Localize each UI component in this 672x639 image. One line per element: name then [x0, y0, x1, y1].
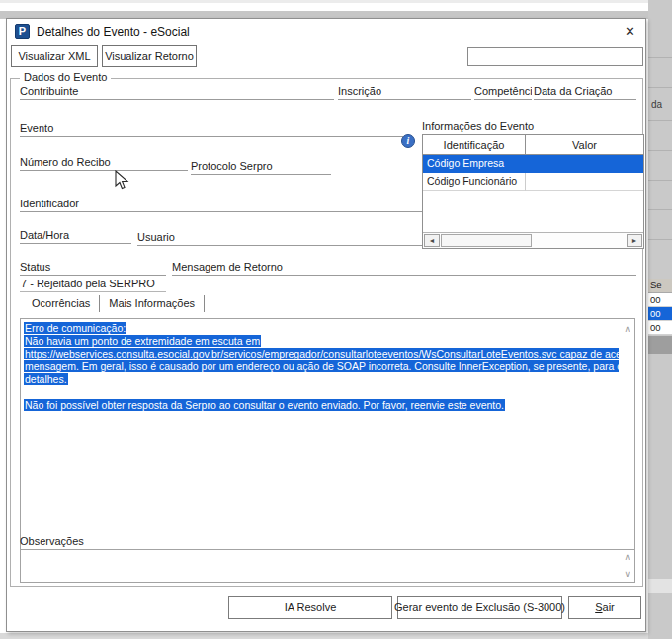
background-grid-fragment: Se 00 00 00: [648, 279, 672, 335]
column-header-identificacao[interactable]: Identificação: [423, 135, 526, 154]
numero-do-recibo-field-label: Número do Recibo: [20, 156, 188, 171]
sair-accelerator: S: [595, 601, 602, 613]
visualizar-xml-button[interactable]: Visualizar XML: [11, 45, 98, 67]
table-header-row: Identificação Valor: [423, 135, 643, 155]
ocorrencias-textarea[interactable]: Erro de comunicação: Não havia um ponto …: [20, 318, 635, 565]
cell-valor: [526, 155, 643, 173]
group-legend: Dados do Evento: [20, 71, 111, 83]
title-bar[interactable]: P Detalhes do Evento - eSocial ✕: [7, 19, 645, 44]
evento-field-label: Evento: [20, 122, 403, 137]
cell-valor: [526, 173, 643, 191]
info-icon[interactable]: i: [401, 134, 415, 148]
mensagem-de-retorno-field-label: Mensagem de Retorno: [172, 261, 636, 276]
status-field-label: Status: [20, 261, 166, 276]
background-window-edge-highlight: [0, 0, 672, 3]
table-row-codigo-empresa[interactable]: Código Empresa: [423, 155, 643, 173]
scroll-down-icon[interactable]: ∨: [624, 570, 630, 579]
inscricao-field-label: Inscrição: [338, 85, 471, 100]
cell-identificacao: Código Funcionário: [423, 173, 526, 191]
data-da-criacao-field-label: Data da Criação: [534, 85, 636, 100]
ia-resolve-button[interactable]: IA Resolve: [228, 596, 392, 619]
competencia-field-label: Competência: [474, 85, 532, 100]
error-text-line: Não foi possível obter resposta da Serpr…: [24, 399, 505, 411]
observacoes-label: Observações: [20, 535, 84, 547]
dados-do-evento-group: Dados do Evento Contribuinte Inscrição C…: [10, 78, 643, 587]
informacoes-do-evento-title: Informações do Evento: [422, 120, 534, 132]
table-horizontal-scrollbar[interactable]: ◄ ►: [423, 232, 643, 248]
app-logo-icon: P: [15, 24, 30, 39]
top-right-input[interactable]: [467, 47, 643, 66]
background-light-band: [648, 579, 672, 593]
identificador-field-label: Identificador: [20, 198, 427, 212]
cell-identificacao: Código Empresa: [423, 155, 526, 173]
scroll-right-icon[interactable]: ►: [627, 234, 642, 247]
error-text-line: https://webservices.consulta.esocial.gov…: [24, 348, 619, 359]
table-row-codigo-funcionario[interactable]: Código Funcionário: [423, 173, 643, 191]
protocolo-serpro-field-label: Protocolo Serpro: [191, 160, 331, 175]
tab-strip: Ocorrências Mais Informações: [23, 295, 205, 312]
background-window-bottom-edge: [0, 633, 672, 639]
data-hora-field-label: Data/Hora: [20, 229, 131, 244]
scroll-up-icon[interactable]: ∧: [624, 325, 630, 334]
observacoes-textarea[interactable]: ∧ ∨: [20, 549, 635, 583]
sair-label-rest: air: [603, 601, 615, 613]
error-text-line: Não havia um ponto de extremidade em esc…: [24, 335, 261, 347]
background-dark-band: [648, 336, 672, 354]
column-header-valor[interactable]: Valor: [526, 135, 643, 154]
visualizar-retorno-button[interactable]: Visualizar Retorno: [102, 45, 197, 67]
usuario-field-label: Usuario: [137, 231, 426, 246]
sair-button[interactable]: Sair: [568, 596, 641, 619]
background-grid-row-selected: 00: [648, 307, 672, 321]
screen: da Se 00 00 00 P Detalhes do Evento - eS…: [0, 0, 672, 639]
status-value: 7 - Rejeitado pela SERPRO: [20, 277, 166, 292]
scrollbar-thumb[interactable]: [441, 234, 532, 247]
event-details-dialog: P Detalhes do Evento - eSocial ✕ Visuali…: [6, 18, 646, 632]
scroll-up-icon[interactable]: ∧: [624, 553, 630, 562]
background-grid-row: 00: [648, 293, 672, 307]
close-icon[interactable]: ✕: [625, 24, 635, 39]
dialog-title: Detalhes do Evento - eSocial: [37, 25, 190, 39]
tab-mais-informacoes[interactable]: Mais Informações: [100, 295, 205, 312]
background-grid-row: 00: [648, 321, 672, 335]
contribuinte-field-label: Contribuinte: [20, 85, 334, 100]
background-window-right-strip: da Se 00 00 00: [648, 0, 672, 639]
background-grid-header: Se: [648, 279, 672, 293]
tab-ocorrencias[interactable]: Ocorrências: [23, 295, 100, 312]
error-text-line: Erro de comunicação:: [24, 322, 126, 334]
gerar-evento-exclusao-button[interactable]: Gerar evento de Exclusão (S-3000): [397, 596, 562, 619]
scroll-left-icon[interactable]: ◄: [424, 234, 440, 247]
error-text-line: mensagem. Em geral, isso é causado por u…: [24, 360, 619, 372]
informacoes-do-evento-table: Identificação Valor Código Empresa Códig…: [422, 134, 644, 249]
background-text-fragment: da: [651, 99, 662, 110]
error-text-line: detalhes.: [24, 373, 68, 385]
